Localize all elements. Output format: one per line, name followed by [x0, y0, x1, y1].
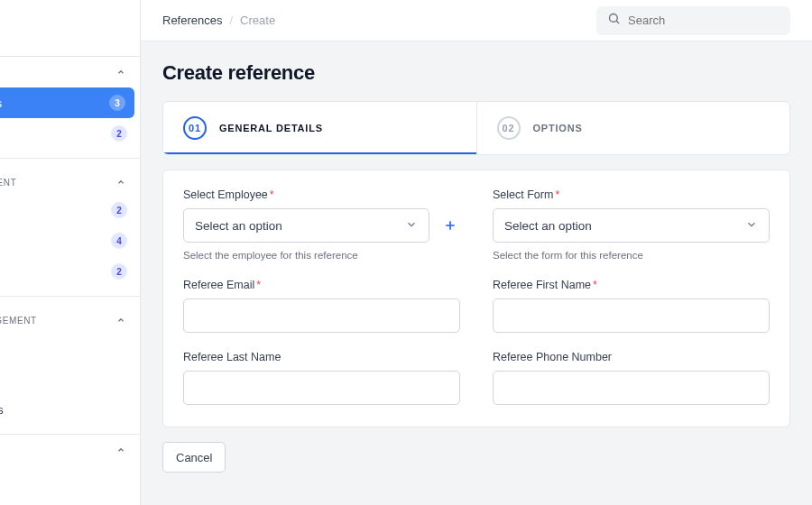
- count-badge: 4: [111, 233, 127, 249]
- breadcrumb-root[interactable]: References: [162, 14, 222, 27]
- field-label: Select Form*: [493, 188, 770, 201]
- sidebar-group-management[interactable]: GEMENT: [0, 170, 140, 195]
- wizard-tabs: 01 GENERAL DETAILS 02 OPTIONS: [162, 101, 790, 155]
- breadcrumb-separator: /: [229, 14, 233, 27]
- sidebar-item-admin-3[interactable]: nents: [0, 394, 140, 425]
- field-label: Referee First Name*: [493, 279, 770, 291]
- tab-label: GENERAL DETAILS: [219, 123, 323, 133]
- content: Create reference 01 GENERAL DETAILS 02 O…: [141, 41, 812, 492]
- sidebar-item-mgmt-2[interactable]: ons 4: [0, 225, 140, 256]
- chevron-up-icon: [115, 444, 127, 456]
- breadcrumb: References / Create: [162, 14, 275, 27]
- svg-point-0: [610, 14, 618, 23]
- form-actions: Cancel: [162, 442, 790, 473]
- sidebar-item-references[interactable]: ces 3: [0, 87, 134, 118]
- employee-select[interactable]: Select an option: [183, 208, 429, 243]
- field-referee-email: Referee Email*: [183, 279, 460, 333]
- cancel-button[interactable]: Cancel: [162, 442, 226, 473]
- sidebar-item-label: ces: [0, 96, 2, 110]
- sidebar-item-mgmt-3[interactable]: ies 2: [0, 256, 140, 287]
- field-help: Select the form for this reference: [493, 250, 770, 261]
- topbar: References / Create: [141, 0, 812, 41]
- referee-last-name-input[interactable]: [183, 371, 460, 405]
- chevron-down-icon: [745, 218, 758, 234]
- field-select-form: Select Form* Select an option Select the…: [493, 188, 770, 261]
- chevron-down-icon: [405, 218, 418, 234]
- tab-number: 01: [183, 116, 207, 140]
- sidebar-item-dashboard[interactable]: ard: [0, 16, 140, 47]
- sidebar-group-label: GEMENT: [0, 178, 16, 188]
- field-select-employee: Select Employee* Select an option: [183, 188, 460, 261]
- search-input[interactable]: [628, 14, 780, 27]
- count-badge: 3: [109, 95, 125, 111]
- field-referee-last-name: Referee Last Name: [183, 351, 460, 405]
- required-marker: *: [555, 188, 559, 201]
- field-label: Referee Email*: [183, 279, 460, 291]
- sidebar-item-admin-2[interactable]: tions: [0, 363, 140, 394]
- divider: [0, 296, 140, 297]
- search-box[interactable]: [596, 6, 790, 35]
- required-marker: *: [256, 279, 261, 291]
- form-select[interactable]: Select an option: [493, 208, 770, 243]
- required-marker: *: [270, 188, 274, 201]
- sidebar-group-admin[interactable]: ANAGEMENT: [0, 308, 140, 333]
- sidebar-item-admin-1[interactable]: ees: [0, 333, 140, 363]
- tab-options[interactable]: 02 OPTIONS: [476, 102, 790, 154]
- chevron-up-icon: [115, 314, 127, 326]
- field-help: Select the employee for this reference: [183, 250, 460, 261]
- field-label: Referee Last Name: [183, 351, 460, 363]
- referee-email-input[interactable]: [183, 298, 460, 333]
- sidebar-group-label: ANAGEMENT: [0, 316, 37, 326]
- count-badge: 2: [111, 202, 127, 218]
- svg-line-1: [616, 21, 619, 23]
- sidebar-item-label: nents: [0, 403, 4, 417]
- field-label: Referee Phone Number: [493, 351, 770, 363]
- field-referee-first-name: Referee First Name*: [493, 279, 770, 333]
- sidebar: ard s ces 3 2 GEMENT 2 ons: [0, 0, 141, 505]
- breadcrumb-current: Create: [240, 14, 275, 27]
- referee-phone-input[interactable]: [493, 371, 770, 405]
- sidebar-item-collapsed[interactable]: [0, 435, 140, 465]
- form-panel: Select Employee* Select an option: [162, 170, 790, 427]
- count-badge: 2: [111, 263, 127, 280]
- sidebar-item-mgmt-1[interactable]: 2: [0, 195, 140, 225]
- tab-number: 02: [497, 116, 521, 140]
- select-placeholder: Select an option: [504, 219, 592, 233]
- count-badge: 2: [111, 125, 127, 142]
- chevron-up-icon: [115, 66, 127, 78]
- sidebar-item-generic-1[interactable]: s: [0, 57, 140, 87]
- tab-label: OPTIONS: [533, 123, 583, 133]
- page-title: Create reference: [162, 61, 790, 85]
- referee-first-name-input[interactable]: [493, 298, 770, 333]
- required-marker: *: [593, 279, 597, 291]
- field-referee-phone: Referee Phone Number: [493, 351, 770, 405]
- add-employee-button[interactable]: [440, 216, 460, 235]
- sidebar-item-generic-2[interactable]: 2: [0, 118, 140, 149]
- main: References / Create Create reference 01 …: [141, 0, 812, 505]
- select-placeholder: Select an option: [195, 219, 282, 233]
- chevron-up-icon: [115, 176, 127, 188]
- divider: [0, 158, 140, 159]
- field-label: Select Employee*: [183, 188, 460, 201]
- tab-general-details[interactable]: 01 GENERAL DETAILS: [163, 102, 476, 154]
- search-icon: [607, 12, 621, 29]
